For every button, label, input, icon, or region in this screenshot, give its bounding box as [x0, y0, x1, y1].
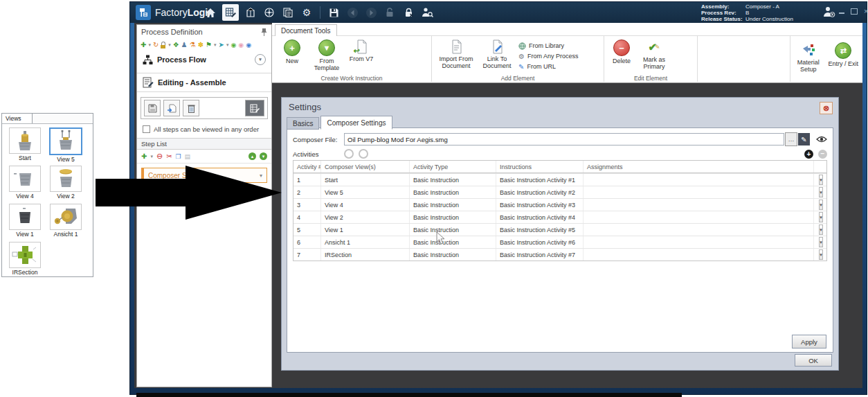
lock-icon[interactable]: [161, 42, 166, 48]
add-process-icon[interactable]: ✚: [141, 42, 146, 48]
flask-icon[interactable]: ⚗: [190, 42, 196, 48]
ok-button[interactable]: OK: [795, 354, 832, 367]
apply-button[interactable]: Apply: [792, 335, 826, 349]
assignments-dropdown-button[interactable]: ▾: [819, 187, 823, 197]
from-template-button[interactable]: ▼ From Template: [309, 37, 344, 71]
view-thumbnail-view1[interactable]: View 1: [7, 204, 43, 238]
cut-step-icon[interactable]: ✂: [166, 152, 172, 160]
operator-icon[interactable]: ♟: [181, 42, 188, 48]
cell-composer-view: Ansicht 1: [321, 236, 410, 248]
documents-icon[interactable]: [281, 6, 295, 19]
col-instructions[interactable]: Instructions: [496, 161, 584, 173]
table-row[interactable]: 5 View 1 Basic Instruction Basic Instruc…: [293, 223, 826, 236]
tab-composer-settings[interactable]: Composer Settings: [320, 116, 392, 130]
delete-button[interactable]: − Delete: [607, 37, 636, 64]
copy-step-icon[interactable]: ❐: [176, 153, 181, 160]
edit-file-button[interactable]: ✎: [798, 133, 810, 145]
activity-move-down-icon[interactable]: [359, 149, 368, 159]
table-row[interactable]: 2 View 5 Basic Instruction Basic Instruc…: [293, 186, 826, 198]
from-v7-button[interactable]: ↩ From V7: [344, 37, 379, 62]
tab-basics[interactable]: Basics: [287, 117, 319, 130]
col-composer-views[interactable]: Composer View(s): [321, 161, 410, 173]
mark-as-primary-button[interactable]: ✔✎ Mark as Primary: [636, 37, 672, 70]
settings-gear-icon[interactable]: ⚙: [300, 6, 314, 19]
status-pink-icon[interactable]: ◉: [238, 42, 244, 48]
import-step-button[interactable]: [163, 100, 180, 116]
flag-icon[interactable]: ⚑: [206, 42, 212, 48]
col-activity-type[interactable]: Activity Type: [410, 161, 496, 173]
table-row[interactable]: 3 View 4 Basic Instruction Basic Instruc…: [293, 198, 826, 211]
order-checkbox[interactable]: [143, 125, 150, 133]
add-step-icon[interactable]: ✚: [141, 152, 147, 160]
editing-assemble-item[interactable]: Editing - Assemble: [137, 73, 271, 92]
view-thumbnail-irsection[interactable]: IRSection: [7, 242, 43, 276]
route-icon[interactable]: ➤: [219, 42, 224, 48]
from-library-button[interactable]: From Library: [518, 42, 582, 51]
material-setup-button[interactable]: Material Setup: [793, 39, 824, 82]
navigation-icon[interactable]: [262, 6, 276, 19]
assignments-dropdown-button[interactable]: ▾: [819, 175, 823, 185]
user-search-icon[interactable]: [420, 6, 434, 19]
status-blue-icon[interactable]: ◉: [246, 42, 251, 48]
work-instructions-icon[interactable]: [222, 4, 239, 21]
tab-views[interactable]: Views: [2, 114, 33, 123]
table-row[interactable]: 1 Start Basic Instruction Basic Instruct…: [293, 173, 826, 186]
flower-icon[interactable]: ✽: [198, 42, 204, 48]
close-button[interactable]: ×: [864, 8, 868, 15]
assignments-dropdown-button[interactable]: ▾: [819, 249, 823, 260]
process-flow-item[interactable]: Process Flow ▾: [137, 51, 271, 69]
view-thumbnail-view4[interactable]: View 4: [7, 166, 43, 200]
from-any-process-button[interactable]: ⚙ From Any Process: [518, 52, 582, 61]
collapse-steps-icon[interactable]: ▴: [248, 152, 256, 160]
lock-close-icon[interactable]: [401, 6, 415, 19]
col-activity-number[interactable]: Activity #: [293, 161, 321, 173]
assignments-dropdown-button[interactable]: ▾: [819, 237, 823, 247]
table-row[interactable]: 6 Ansicht 1 Basic Instruction Basic Inst…: [293, 236, 826, 248]
view-thumbnail-start[interactable]: Start: [7, 127, 43, 161]
remove-step-icon[interactable]: ⊖: [156, 152, 163, 161]
import-from-document-button[interactable]: Import From Document: [435, 37, 478, 69]
save-icon[interactable]: [327, 6, 341, 19]
restore-button[interactable]: [851, 8, 858, 15]
delete-step-button[interactable]: [183, 100, 199, 116]
puzzle-icon[interactable]: ❖: [173, 42, 179, 48]
composer-file-input[interactable]: [344, 133, 784, 145]
status-green-icon[interactable]: ◉: [231, 42, 237, 48]
tab-document-tools[interactable]: Document Tools: [275, 24, 337, 36]
settings-close-button[interactable]: ⊗: [820, 102, 833, 114]
production-icon[interactable]: [244, 6, 257, 19]
table-row[interactable]: 7 IRSection Basic Instruction Basic Inst…: [293, 248, 826, 261]
group-create-work-instruction: + New ▼ From Template ↩ From: [272, 36, 432, 82]
pin-icon[interactable]: [261, 28, 267, 36]
minimize-button[interactable]: [839, 12, 844, 14]
back-icon[interactable]: [345, 6, 359, 19]
from-url-button[interactable]: ✎ From URL: [518, 62, 582, 71]
table-row[interactable]: 4 View 2 Basic Instruction Basic Instruc…: [293, 211, 826, 223]
view-thumbnail-view2[interactable]: View 2: [48, 166, 84, 200]
activity-move-up-icon[interactable]: [344, 149, 354, 159]
cell-instructions: Basic Instruction Activity #1: [496, 174, 584, 186]
redo-icon[interactable]: ↻: [153, 42, 159, 48]
expand-steps-icon[interactable]: ▾: [260, 152, 267, 160]
remove-activity-button[interactable]: −: [818, 150, 827, 159]
col-assignments[interactable]: Assignments: [584, 161, 814, 173]
entry-exit-button[interactable]: ⇄ Entry / Exit: [826, 39, 860, 82]
unlock-icon[interactable]: [383, 6, 397, 19]
edit-work-instruction-button[interactable]: [245, 100, 264, 116]
add-activity-button[interactable]: +: [804, 150, 813, 159]
assignments-dropdown-button[interactable]: ▾: [819, 212, 823, 222]
preview-file-button[interactable]: [816, 136, 827, 143]
user-logout-icon[interactable]: [822, 6, 836, 21]
home-icon[interactable]: [204, 6, 217, 19]
paste-step-icon[interactable]: ▤: [185, 153, 191, 160]
save-step-button[interactable]: [144, 100, 161, 116]
collapse-flow-icon[interactable]: ▾: [255, 54, 266, 65]
assignments-dropdown-button[interactable]: ▾: [819, 200, 823, 210]
view-thumbnail-ansicht1[interactable]: Ansicht 1: [48, 204, 84, 238]
browse-file-button[interactable]: …: [785, 132, 797, 146]
view-thumbnail-view5[interactable]: View 5: [48, 127, 84, 163]
forward-icon[interactable]: [364, 6, 378, 19]
new-button[interactable]: + New: [275, 37, 309, 64]
link-to-document-button[interactable]: Link To Document: [478, 37, 516, 69]
assignments-dropdown-button[interactable]: ▾: [819, 224, 823, 235]
